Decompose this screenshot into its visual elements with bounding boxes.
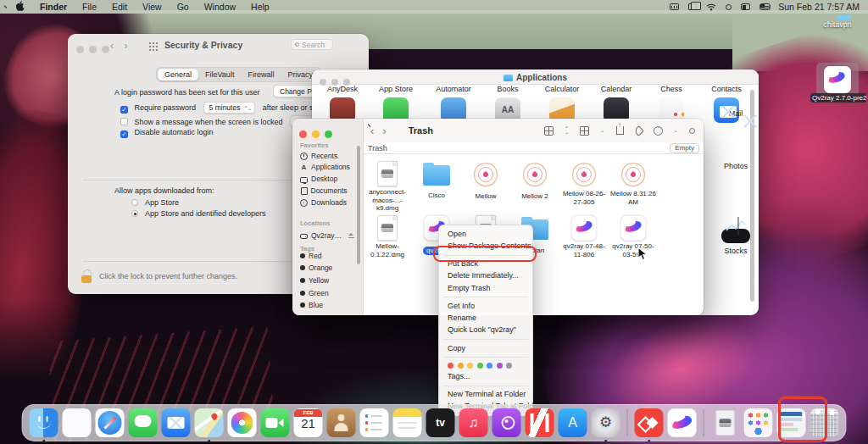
dock-maps[interactable]	[194, 408, 225, 438]
dock-qv2ray[interactable]	[667, 408, 698, 438]
identified-developers-radio[interactable]	[131, 210, 138, 217]
disable-auto-login-checkbox[interactable]: ✓	[120, 130, 128, 138]
file-mellow-3[interactable]: Mellow 08-26-27-305	[559, 161, 609, 208]
menu-help[interactable]: Help	[243, 2, 277, 12]
app-label-calculator[interactable]: Calculator	[536, 85, 588, 93]
tag-icon[interactable]	[633, 125, 644, 136]
dock-reminders[interactable]	[359, 408, 390, 438]
app-label-books[interactable]: Books	[481, 85, 534, 93]
file-anyconnect-dmg[interactable]: anyconnect-macos-...-k9.dmg	[363, 161, 412, 214]
menu-window[interactable]: Window	[197, 2, 243, 12]
menu-finder[interactable]: Finder	[32, 2, 75, 12]
back-forward-icons[interactable]: ‹›	[370, 125, 395, 137]
menu-item-delete-immediately[interactable]: Delete Immediately...	[439, 270, 532, 282]
sidebar-tag-green[interactable]: Green	[300, 289, 329, 297]
dock-music[interactable]: ♫	[459, 408, 489, 438]
menu-item-copy[interactable]: Copy	[439, 342, 532, 354]
menu-item-quick-look[interactable]: Quick Look "qv2ray"	[439, 325, 532, 336]
dock-messages[interactable]	[128, 408, 159, 438]
require-password-checkbox[interactable]: ✓	[120, 106, 128, 114]
menu-item-new-terminal[interactable]: New Terminal at Folder	[439, 389, 532, 401]
empty-trash-button[interactable]: Empty	[670, 143, 699, 153]
dock-podcasts[interactable]	[492, 408, 522, 438]
tag-color-purple[interactable]	[497, 363, 503, 369]
window-controls[interactable]	[76, 42, 109, 57]
interval-dropdown[interactable]: 5 minutes⌃⌄	[203, 102, 256, 114]
file-mellow-dmg[interactable]: Mellow-0.1.22.dmg	[363, 215, 412, 260]
app-label-anydesk[interactable]: AnyDesk	[316, 85, 369, 93]
icon-view-icon[interactable]	[544, 126, 554, 136]
menu-item-get-info[interactable]: Get Info	[439, 300, 532, 312]
tag-color-green[interactable]	[477, 363, 483, 369]
control-center-icon[interactable]	[760, 3, 769, 10]
sidebar-scrollbar[interactable]	[357, 146, 360, 264]
app-label-appstore[interactable]: App Store	[370, 85, 422, 93]
app-label-calendar[interactable]: Calendar	[590, 85, 643, 93]
show-all-grid-icon[interactable]	[148, 42, 158, 51]
sidebar-item-desktop[interactable]: Desktop	[300, 175, 337, 183]
app-label-chess[interactable]: Chess	[645, 85, 698, 93]
dock-contacts[interactable]	[326, 408, 357, 438]
spotlight-search-icon[interactable]	[726, 4, 732, 10]
eject-icon[interactable]	[348, 233, 354, 238]
sidebar-item-recents[interactable]: Recents	[300, 152, 337, 160]
file-qv2ray-1[interactable]: qv2ray 07-48-11-806	[559, 215, 609, 260]
menu-item-empty-trash[interactable]: Empty Trash	[439, 282, 532, 294]
wifi-icon[interactable]	[706, 3, 716, 11]
dock-anydesk[interactable]	[634, 408, 665, 438]
dock-news[interactable]	[525, 408, 555, 438]
dock-safari[interactable]	[95, 408, 125, 438]
chevron-down-icon[interactable]: ⌄	[600, 129, 604, 132]
dock-mail[interactable]	[161, 408, 192, 438]
file-mellow[interactable]: Mellow	[461, 161, 510, 202]
dock-calendar[interactable]: FEB21	[293, 408, 324, 438]
search-icon[interactable]	[689, 128, 695, 134]
sidebar-item-applications[interactable]: AApplications	[300, 163, 350, 171]
qv2ray-app-icon[interactable]	[824, 66, 851, 93]
desktop-icon-chitavpn[interactable]: chitavpn	[810, 19, 865, 29]
dock-launchpad[interactable]	[62, 408, 92, 438]
menu-go[interactable]: Go	[170, 2, 197, 12]
dock-tv[interactable]: tv	[426, 408, 456, 438]
search-field[interactable]: Search	[291, 39, 333, 50]
keyboard-icon[interactable]	[670, 3, 679, 10]
menu-edit[interactable]: Edit	[104, 2, 135, 12]
group-by-icon[interactable]	[580, 126, 589, 136]
share-icon[interactable]	[616, 126, 624, 135]
file-qv2ray-2[interactable]: qv2ray 07-50-03-592	[609, 215, 658, 260]
sidebar-tag-red[interactable]: Red	[300, 252, 322, 260]
dock-dmg-file[interactable]	[710, 408, 741, 438]
applications-titlebar[interactable]: Applications	[312, 69, 759, 85]
dock-photos[interactable]	[227, 408, 258, 438]
tab-filevault[interactable]: FileVault	[198, 69, 241, 80]
apple-menu[interactable]	[8, 1, 32, 13]
menu-bar-clock[interactable]: Sun Feb 21 7:57 AM	[778, 2, 860, 12]
security-titlebar[interactable]: ‹› Security & Privacy Search	[68, 34, 369, 63]
dock-system-preferences[interactable]: ⚙	[591, 408, 621, 438]
tag-color-yellow[interactable]	[467, 363, 473, 369]
dock-applications-folder[interactable]	[743, 408, 774, 438]
display-icon[interactable]	[741, 3, 750, 10]
back-forward-icons[interactable]: ‹›	[110, 39, 138, 52]
menu-view[interactable]: View	[135, 2, 170, 12]
sidebar-tag-yellow[interactable]: Yellow	[300, 276, 329, 285]
sidebar-item-downloads[interactable]: Downloads	[300, 198, 347, 207]
app-label-automator[interactable]: Automator	[427, 85, 480, 93]
file-mellow-2[interactable]: Mellow 2	[510, 161, 559, 202]
tab-general[interactable]: General	[158, 69, 198, 80]
file-mellow-4[interactable]: Mellow 8.31.26 AM	[609, 161, 658, 208]
tab-firewall[interactable]: Firewall	[241, 69, 281, 80]
file-cisco-folder[interactable]: Cisco	[412, 161, 461, 201]
menu-file[interactable]: File	[75, 2, 104, 12]
dock-finder[interactable]	[29, 408, 59, 438]
tag-color-red[interactable]	[448, 363, 453, 369]
tag-color-gray[interactable]	[506, 363, 512, 369]
menu-item-tags[interactable]: Tags...	[439, 370, 532, 382]
window-controls[interactable]	[299, 126, 332, 142]
tag-color-orange[interactable]	[458, 363, 464, 369]
unlocked-padlock-icon[interactable]	[81, 269, 92, 283]
menu-item-open[interactable]: Open	[439, 228, 532, 240]
view-chevrons[interactable]: ⌃⌄	[565, 127, 569, 134]
sidebar-item-qv2ray-disk[interactable]: Qv2ray…	[300, 231, 354, 240]
tag-color-blue[interactable]	[487, 363, 492, 369]
